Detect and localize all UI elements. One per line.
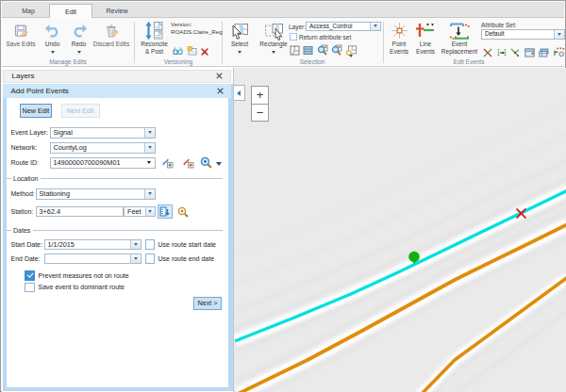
reconcile-post-label: Reconcile& Post	[141, 41, 168, 55]
select-route-icon[interactable]	[162, 157, 174, 169]
tables-icon[interactable]	[539, 44, 549, 61]
zoom-to-selection-icon[interactable]	[317, 42, 328, 59]
select-route-red-icon[interactable]	[183, 157, 194, 169]
event-layer-value: Signal	[51, 128, 144, 137]
route-id-combobox[interactable]: 14900000700090M01	[50, 157, 156, 169]
route-id-dropdown[interactable]	[144, 158, 155, 168]
layer-combobox-dropdown[interactable]	[370, 23, 380, 31]
attribute-set-value: Default	[482, 30, 554, 38]
method-combobox[interactable]: Stationing	[36, 188, 156, 200]
split-event-icon[interactable]	[510, 44, 520, 61]
next-button[interactable]: Next >	[193, 297, 222, 310]
redo-dropdown-caret[interactable]	[77, 51, 81, 54]
new-edit-button[interactable]: New Edit	[20, 104, 52, 118]
line-events-label: LineEvents	[416, 41, 435, 55]
return-attribute-set-checkbox[interactable]	[290, 33, 297, 41]
method-value: Stationing	[37, 189, 144, 198]
save-edits-icon	[13, 21, 29, 41]
map-view[interactable]: + −	[233, 68, 566, 392]
zoom-in-button[interactable]: +	[252, 87, 268, 104]
use-route-end-date-checkbox[interactable]	[145, 253, 156, 264]
line-events-button[interactable]: LineEvents	[413, 21, 438, 55]
tab-edit[interactable]: Edit	[49, 4, 92, 19]
reconcile-post-icon	[144, 21, 165, 41]
pan-to-selection-icon[interactable]	[331, 42, 342, 59]
point-events-label-line2: Events	[390, 48, 408, 55]
change-version-icon[interactable]	[173, 42, 183, 59]
collapse-pane-button[interactable]	[234, 85, 245, 101]
attribute-set-combobox[interactable]: Default	[481, 29, 565, 40]
layer-combobox[interactable]: Access_Control	[306, 22, 381, 32]
station-units-dropdown[interactable]	[145, 207, 155, 217]
rectangle-dropdown-caret[interactable]	[272, 51, 275, 54]
group-label-manage-edits: Manage Edits	[21, 58, 115, 65]
route-zoom-caret[interactable]	[216, 162, 222, 166]
save-dominant-checkbox[interactable]	[25, 283, 35, 293]
event-replacement-button[interactable]: EventReplacement	[439, 21, 480, 55]
clear-selection-icon[interactable]	[346, 42, 357, 59]
use-route-end-date-label: Use route end date	[158, 255, 215, 262]
add-point-events-close-icon[interactable]	[217, 88, 224, 94]
reconcile-post-button[interactable]: Reconcile& Post	[137, 21, 172, 55]
next-edit-button[interactable]: Next Edit	[61, 104, 100, 118]
select-button[interactable]: Select	[225, 21, 255, 54]
attributes-window-icon[interactable]	[524, 44, 535, 61]
event-layer-combobox[interactable]: Signal	[50, 127, 156, 139]
attribute-set-dropdown[interactable]	[554, 30, 564, 39]
station-input[interactable]: 3+62.4	[36, 206, 124, 218]
rectangle-select-button[interactable]: Rectangle	[256, 21, 291, 54]
prevent-measures-label: Prevent measures not on route	[39, 272, 129, 279]
tab-review[interactable]: Review	[94, 4, 140, 18]
redo-label: Redo	[72, 41, 87, 48]
start-date-dropdown[interactable]	[130, 240, 141, 250]
ribbon-tab-bar: Map Edit Review	[2, 2, 564, 18]
end-date-dropdown[interactable]	[130, 254, 141, 264]
station-units-value: Feet	[125, 207, 145, 216]
zoom-out-button[interactable]: −	[252, 104, 268, 121]
station-value: 3+62.4	[37, 207, 123, 216]
discard-edits-button[interactable]: Discard Edits	[92, 21, 130, 48]
start-date-combobox[interactable]: 1/1/2015	[44, 239, 142, 251]
redo-button[interactable]: Redo	[66, 21, 92, 54]
layer-combobox-value: Access_Control	[307, 23, 370, 30]
layers-close-icon[interactable]	[216, 73, 223, 79]
delete-version-icon[interactable]	[201, 42, 208, 59]
tab-map[interactable]: Map	[8, 4, 48, 18]
station-units-combobox[interactable]: Feet	[124, 206, 156, 218]
select-icon	[231, 21, 249, 41]
event-replacement-label: EventReplacement	[441, 41, 477, 55]
layers-pane-header[interactable]: Layers	[3, 70, 231, 83]
location-section-title: Location	[13, 175, 38, 182]
route-id-label: Route ID:	[11, 159, 40, 166]
use-route-start-date-label: Use route start date	[158, 241, 216, 248]
attributes-table-icon[interactable]	[303, 42, 313, 59]
version-caption: Version: ROADS.Claire_Reg	[171, 21, 223, 36]
event-replacement-icon	[449, 21, 470, 41]
method-label: Method:	[11, 190, 35, 197]
add-point-events-header[interactable]: Add Point Events	[3, 84, 232, 98]
point-events-label-line1: Point	[392, 41, 407, 47]
point-events-button[interactable]: PointEvents	[385, 21, 413, 55]
add-point-events-title: Add Point Events	[11, 84, 69, 98]
event-options-icon[interactable]	[554, 44, 565, 61]
save-edits-button[interactable]: Save Edits	[4, 21, 38, 48]
undo-button[interactable]: Undo	[40, 21, 65, 54]
undo-label: Undo	[45, 41, 60, 48]
event-layer-dropdown[interactable]	[144, 128, 155, 138]
station-picker-button[interactable]	[158, 204, 174, 220]
start-date-label: Start Date:	[11, 241, 42, 248]
method-dropdown[interactable]	[144, 189, 155, 199]
station-zoom-icon[interactable]	[177, 206, 189, 218]
network-dropdown[interactable]	[144, 143, 155, 153]
use-route-start-date-checkbox[interactable]	[145, 239, 156, 250]
select-dropdown-caret[interactable]	[238, 51, 241, 54]
map-canvas	[234, 68, 566, 392]
post-version-icon[interactable]	[187, 42, 197, 59]
network-combobox[interactable]: CountyLog	[50, 142, 156, 154]
network-label: Network:	[11, 144, 38, 151]
prevent-measures-checkbox[interactable]	[25, 270, 35, 281]
undo-dropdown-caret[interactable]	[51, 51, 55, 54]
route-zoom-icon[interactable]	[200, 156, 212, 169]
end-date-combobox[interactable]	[44, 253, 142, 265]
select-by-attributes-icon[interactable]	[290, 42, 300, 59]
